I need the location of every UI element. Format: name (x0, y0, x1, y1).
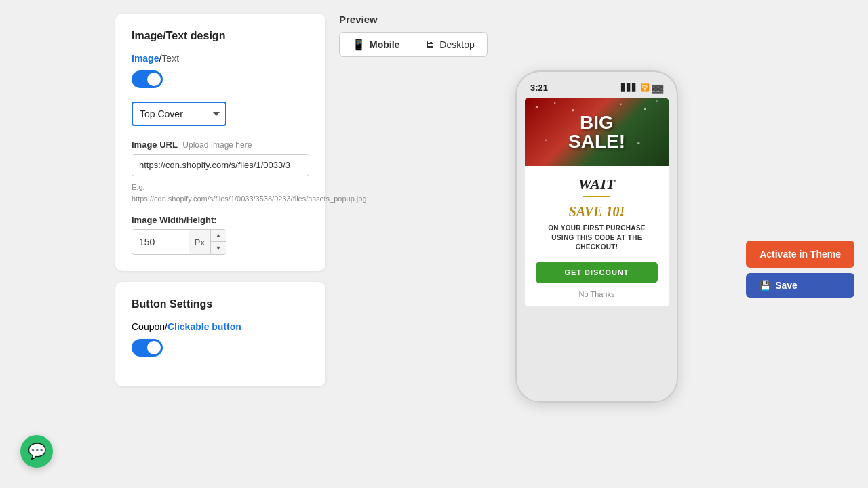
upload-hint: Upload Image here (182, 140, 252, 150)
get-discount-button[interactable]: GET DISCOUNT (536, 262, 658, 283)
phone-top-bar: 3:21 ▋▋▋ 🛜 ▓▓ (525, 80, 669, 98)
clickable-button-label: Clickable button (167, 321, 241, 332)
example-url: https://cdn.shopify.com/s/files/1/0033/3… (132, 195, 367, 203)
svg-point-6 (545, 140, 547, 142)
save10-text: SAVE 10! (536, 204, 658, 220)
mobile-icon: 📱 (352, 38, 366, 51)
desktop-tab-label: Desktop (439, 39, 474, 50)
top-cover-select-wrap[interactable]: Top Cover Left Right Bottom (132, 102, 309, 126)
dimension-label: Image Width/Height: (132, 215, 309, 225)
svg-point-0 (536, 106, 538, 108)
example-label: E.g: (132, 183, 145, 191)
battery-icon: ▓▓ (652, 84, 663, 92)
phone-time: 3:21 (530, 83, 548, 93)
activate-in-theme-button[interactable]: Activate in Theme (746, 241, 854, 268)
popup-image-text: BIG SALE! (568, 113, 625, 151)
sale-text: SALE! (568, 132, 625, 151)
on-first-purchase-text: ON YOUR FIRST PURCHASEUSING THIS CODE AT… (536, 224, 658, 252)
preview-label: Preview (339, 14, 854, 25)
desktop-icon: 🖥 (425, 39, 435, 51)
coupon-label: Coupon/Clickable button (132, 321, 309, 332)
popup-image: BIG SALE! (525, 98, 669, 166)
phone-screen: BIG SALE! (525, 98, 669, 306)
phone-mockup-wrap: 3:21 ▋▋▋ 🛜 ▓▓ BIG SALE! (339, 70, 854, 403)
save-icon: 💾 (760, 280, 771, 291)
svg-point-4 (644, 108, 646, 110)
button-settings-title: Button Settings (132, 298, 309, 310)
svg-point-2 (572, 109, 574, 112)
image-url-example: E.g: https://cdn.shopify.com/s/files/1/0… (132, 182, 309, 204)
wifi-icon: 🛜 (640, 83, 650, 92)
dimension-unit: Px (189, 230, 210, 254)
image-text-toggle-label: Image/Text (132, 53, 309, 64)
big-text: BIG (568, 113, 625, 132)
phone-mockup: 3:21 ▋▋▋ 🛜 ▓▓ BIG SALE! (515, 70, 678, 403)
image-url-label-text: Image URL (132, 140, 178, 150)
image-text-design-card: Image/Text design Image/Text Top Cover L… (115, 14, 326, 271)
signal-icon: ▋▋▋ (621, 83, 637, 92)
toggle-slider (132, 70, 163, 88)
image-text-card-title: Image/Text design (132, 30, 309, 42)
image-label: Image (132, 53, 159, 64)
chat-icon: 💬 (28, 443, 46, 460)
image-url-input[interactable] (132, 154, 309, 176)
coupon-toggle-slider (132, 339, 163, 357)
wait-text: WAIT (536, 176, 658, 193)
dimension-down-arrow[interactable]: ▼ (211, 242, 226, 254)
tab-mobile[interactable]: 📱 Mobile (339, 32, 412, 57)
main-container: Image/Text design Image/Text Top Cover L… (0, 0, 868, 488)
dimension-value-input[interactable] (132, 231, 189, 253)
image-text-toggle-wrap[interactable] (132, 70, 309, 91)
popup-body: WAIT SAVE 10! ON YOUR FIRST PURCHASEUSIN… (525, 166, 669, 306)
no-thanks-text: No Thanks (536, 290, 658, 298)
coupon-toggle[interactable] (132, 339, 163, 357)
tab-desktop[interactable]: 🖥 Desktop (412, 32, 487, 57)
mobile-tab-label: Mobile (370, 39, 399, 50)
top-cover-select[interactable]: Top Cover Left Right Bottom (132, 102, 226, 126)
dimension-arrows: ▲ ▼ (210, 230, 226, 254)
phone-status-icons: ▋▋▋ 🛜 ▓▓ (621, 83, 663, 92)
divider-line (583, 196, 610, 197)
svg-point-1 (554, 102, 556, 104)
chat-bubble[interactable]: 💬 (20, 435, 53, 468)
svg-point-7 (637, 142, 640, 144)
coupon-label-text: Coupon (132, 321, 165, 332)
preview-tabs: 📱 Mobile 🖥 Desktop (339, 32, 854, 57)
dimension-up-arrow[interactable]: ▲ (211, 230, 226, 242)
svg-point-3 (620, 104, 622, 106)
dimension-input-wrap[interactable]: Px ▲ ▼ (132, 229, 226, 255)
save-label: Save (775, 280, 797, 291)
image-text-toggle[interactable] (132, 70, 163, 88)
save-button[interactable]: 💾 Save (746, 273, 854, 298)
svg-point-5 (656, 100, 658, 102)
image-url-label: Image URL Upload Image here (132, 140, 309, 150)
action-buttons: Activate in Theme 💾 Save (746, 241, 854, 298)
text-label: Text (161, 53, 179, 64)
button-settings-card: Button Settings Coupon/Clickable button (115, 282, 326, 386)
coupon-toggle-wrap[interactable] (132, 339, 309, 359)
left-panel: Image/Text design Image/Text Top Cover L… (115, 14, 326, 474)
